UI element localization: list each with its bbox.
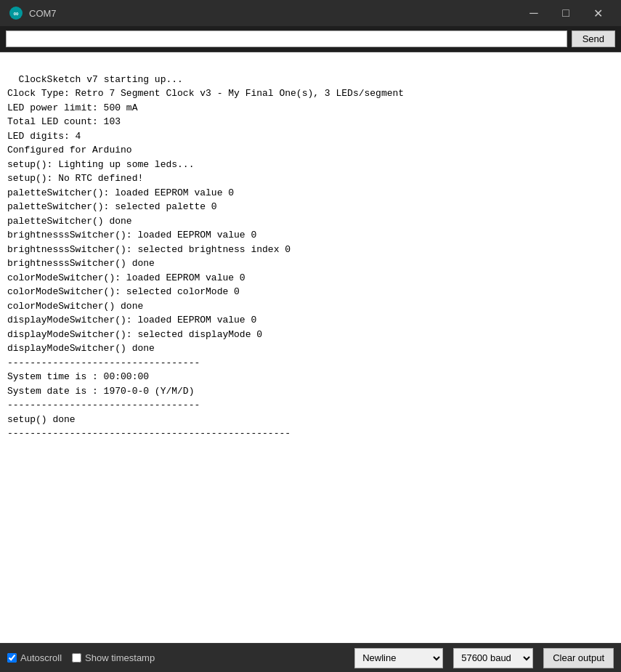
newline-select[interactable]: No line ending Newline Carriage return B… [354,648,443,668]
arduino-logo: ∞ [9,6,23,20]
statusbar: Autoscroll Show timestamp No line ending… [0,643,621,672]
svg-text:∞: ∞ [13,9,18,17]
maximize-button[interactable]: □ [551,3,580,23]
serial-output: ClockSketch v7 starting up... Clock Type… [0,52,621,643]
close-button[interactable]: ✕ [583,3,612,23]
show-timestamp-label: Show timestamp [85,652,155,663]
minimize-button[interactable]: ─ [519,3,548,23]
send-input[interactable] [6,31,567,47]
output-text: ClockSketch v7 starting up... Clock Type… [7,74,404,440]
autoscroll-checkbox[interactable] [7,653,17,663]
baud-select[interactable]: 300 baud 1200 baud 2400 baud 4800 baud 9… [453,648,533,668]
send-button[interactable]: Send [572,31,615,47]
show-timestamp-checkbox[interactable] [72,653,81,663]
autoscroll-group[interactable]: Autoscroll [7,652,62,663]
sendbar: Send [0,26,621,52]
show-timestamp-group[interactable]: Show timestamp [72,652,155,663]
autoscroll-label: Autoscroll [20,652,62,663]
clear-output-button[interactable]: Clear output [543,648,614,668]
titlebar: ∞ COM7 ─ □ ✕ [0,0,621,26]
window-controls: ─ □ ✕ [519,3,612,23]
window-title: COM7 [29,8,519,19]
